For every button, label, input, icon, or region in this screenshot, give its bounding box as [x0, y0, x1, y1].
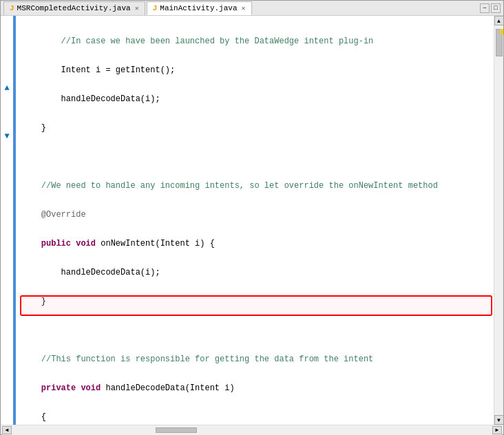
marker-25	[1, 247, 13, 257]
marker-28	[1, 276, 13, 286]
line-13-kw: private	[21, 383, 81, 393]
marker-26	[1, 257, 13, 266]
marker-4	[1, 45, 13, 54]
line-3-text: handleDecodeData(i);	[21, 94, 160, 104]
window-controls: − □	[480, 3, 501, 13]
marker-19	[1, 189, 13, 199]
line-5-text	[21, 152, 26, 162]
fold-marker-8[interactable]: ▲	[4, 83, 9, 93]
marker-17	[1, 170, 13, 180]
minimize-btn[interactable]: −	[480, 3, 490, 13]
marker-42	[1, 411, 13, 421]
scroll-down-btn[interactable]: ▼	[494, 415, 504, 425]
tab-main[interactable]: J MainActivity.java ✕	[147, 1, 252, 15]
marker-35	[1, 343, 13, 353]
marker-1	[1, 16, 13, 25]
marker-13[interactable]: ▼	[1, 131, 13, 141]
scroll-right-btn[interactable]: ▶	[492, 426, 502, 434]
line-13-text: handleDecodeData(Intent i)	[105, 383, 234, 393]
scroll-h-track[interactable]	[12, 427, 492, 434]
marker-22	[1, 218, 13, 228]
marker-27	[1, 266, 13, 276]
marker-38	[1, 372, 13, 382]
marker-31	[1, 305, 13, 315]
marker-6	[1, 64, 13, 74]
code-line-9: handleDecodeData(i);	[21, 268, 494, 277]
marker-21	[1, 209, 13, 218]
marker-8[interactable]: ▲	[1, 83, 13, 93]
marker-7	[1, 74, 13, 83]
scrollbar-vertical[interactable]: ▲ ▼	[494, 16, 503, 425]
scroll-h-thumb[interactable]	[156, 427, 197, 433]
tab-main-close[interactable]: ✕	[242, 4, 246, 12]
java-icon-2: J	[153, 4, 158, 12]
marker-3	[1, 35, 13, 45]
code-line-5	[21, 152, 494, 162]
marker-23	[1, 228, 13, 237]
marker-16	[1, 160, 13, 170]
marker-40	[1, 392, 13, 401]
marker-33	[1, 324, 13, 334]
fold-marker-13[interactable]: ▼	[4, 131, 9, 141]
code-container[interactable]: //In case we have been launched by the D…	[16, 16, 494, 425]
tab-main-label: MainActivity.java	[160, 4, 237, 12]
scroll-left-btn[interactable]: ◀	[2, 426, 12, 434]
title-bar: J MSRCompletedActivity.java ✕ J MainActi…	[1, 1, 503, 16]
bottom-bar: ◀ ▶	[1, 425, 503, 434]
marker-34	[1, 334, 13, 343]
marker-41	[1, 401, 13, 411]
line-8-kw1: public	[21, 239, 76, 248]
marker-10	[1, 103, 13, 112]
marker-11	[1, 112, 13, 122]
marker-2	[1, 25, 13, 35]
code-line-6: //We need to handle any incoming intents…	[21, 181, 494, 191]
code-line-8: public void onNewIntent(Intent i) {	[21, 239, 494, 248]
tab-msr-close[interactable]: ✕	[135, 4, 139, 12]
line-8-text: onNewIntent(Intent i) {	[101, 239, 215, 248]
marker-9	[1, 93, 13, 103]
scrollbar-horizontal[interactable]: ◀ ▶	[2, 425, 502, 435]
scroll-track[interactable]	[495, 25, 503, 415]
editor-area: ▲ ▼	[1, 16, 503, 425]
code-line-10: }	[21, 297, 494, 306]
line-12-text: //This function is responsible for getti…	[21, 354, 373, 364]
java-icon-1: J	[10, 4, 14, 12]
scroll-up-btn[interactable]: ▲	[494, 16, 504, 25]
scroll-indicator-yellow	[501, 29, 503, 34]
line-10-text: }	[21, 297, 46, 306]
marker-32	[1, 315, 13, 324]
marker-5	[1, 54, 13, 64]
code-line-3: handleDecodeData(i);	[21, 94, 494, 104]
line-6-text: //We need to handle any incoming intents…	[21, 181, 438, 191]
line-9-text: handleDecodeData(i);	[21, 268, 160, 277]
marker-39	[1, 382, 13, 392]
line-1-text: //In case we have been launched by the D…	[21, 36, 373, 46]
code-line-13: private void handleDecodeData(Intent i)	[21, 383, 494, 393]
line-8-kw2: void	[76, 239, 101, 248]
marker-24	[1, 237, 13, 247]
code-line-1: //In case we have been launched by the D…	[21, 36, 494, 46]
line-4-text: }	[21, 123, 46, 133]
marker-36	[1, 353, 13, 363]
marker-20	[1, 199, 13, 209]
marker-12	[1, 122, 13, 131]
tab-msr[interactable]: J MSRCompletedActivity.java ✕	[3, 1, 145, 15]
code-line-4: }	[21, 123, 494, 133]
line-2-text: Intent i = getIntent();	[21, 65, 175, 75]
marker-29	[1, 286, 13, 295]
marker-14	[1, 141, 13, 151]
side-markers: ▲ ▼	[1, 16, 13, 425]
code-line-11	[21, 326, 494, 335]
maximize-btn[interactable]: □	[491, 3, 501, 13]
line-11-text	[21, 326, 26, 335]
code-line-12: //This function is responsible for getti…	[21, 354, 494, 364]
line-13-kw2: void	[81, 383, 105, 393]
line-7-text: @Override	[21, 210, 86, 220]
marker-37	[1, 363, 13, 372]
marker-30	[1, 295, 13, 305]
code-line-2: Intent i = getIntent();	[21, 65, 494, 75]
tab-msr-label: MSRCompletedActivity.java	[17, 4, 131, 12]
code-line-7: @Override	[21, 210, 494, 220]
line-14-text: {	[21, 412, 46, 422]
marker-18	[1, 180, 13, 189]
